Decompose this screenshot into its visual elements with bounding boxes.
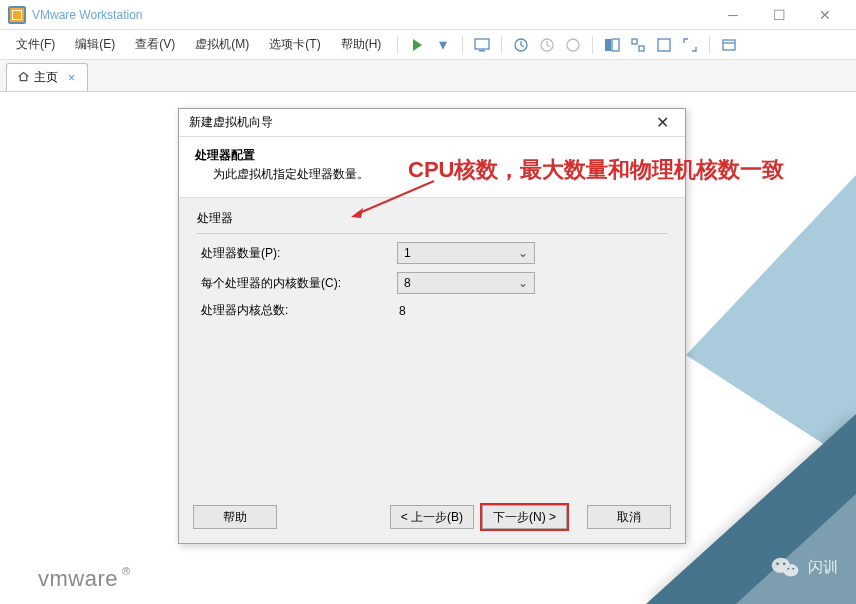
vmware-logo-text: vmware — [38, 566, 118, 592]
dialog-titlebar: 新建虚拟机向导 ✕ — [179, 109, 685, 137]
dialog-body: 处理器 处理器数量(P): 1 每个处理器的内核数量(C): 8 处理器内核总数… — [179, 198, 685, 495]
total-value: 8 — [397, 304, 406, 318]
window-controls: ─ ☐ ✕ — [710, 0, 848, 30]
proc-count-select[interactable]: 1 — [397, 242, 535, 264]
fullscreen-icon[interactable] — [653, 34, 675, 56]
tab-close-button[interactable]: × — [66, 71, 77, 85]
decorative-triangle — [736, 494, 856, 604]
svg-rect-6 — [612, 39, 619, 51]
window-title: VMware Workstation — [32, 8, 710, 22]
cores-label: 每个处理器的内核数量(C): — [197, 275, 397, 292]
menu-help[interactable]: 帮助(H) — [331, 32, 392, 57]
svg-rect-7 — [632, 39, 637, 44]
help-button[interactable]: 帮助 — [193, 505, 277, 529]
svg-rect-9 — [658, 39, 670, 51]
minimize-button[interactable]: ─ — [710, 0, 756, 30]
dialog-footer: 帮助 < 上一步(B) 下一步(N) > 取消 — [179, 495, 685, 543]
menu-vm[interactable]: 虚拟机(M) — [185, 32, 259, 57]
unity-icon[interactable] — [627, 34, 649, 56]
snapshot-manager-icon[interactable] — [562, 34, 584, 56]
svg-point-15 — [783, 564, 798, 577]
watermark-label: 闪训 — [808, 558, 838, 577]
snapshot-revert-icon[interactable] — [536, 34, 558, 56]
row-cores: 每个处理器的内核数量(C): 8 — [197, 272, 667, 294]
svg-rect-0 — [475, 39, 489, 49]
svg-rect-5 — [605, 39, 611, 51]
row-total: 处理器内核总数: 8 — [197, 302, 667, 319]
total-label: 处理器内核总数: — [197, 302, 397, 319]
menubar: 文件(F) 编辑(E) 查看(V) 虚拟机(M) 选项卡(T) 帮助(H) ▾ — [0, 30, 856, 60]
vmware-logo: vmware ® — [38, 566, 131, 592]
tab-home[interactable]: 主页 × — [6, 63, 88, 91]
menu-edit[interactable]: 编辑(E) — [65, 32, 125, 57]
home-icon — [17, 70, 30, 86]
dialog-close-button[interactable]: ✕ — [650, 113, 675, 132]
menu-tabs[interactable]: 选项卡(T) — [259, 32, 330, 57]
menu-view[interactable]: 查看(V) — [125, 32, 185, 57]
proc-count-label: 处理器数量(P): — [197, 245, 397, 262]
tab-label: 主页 — [34, 69, 58, 86]
dropdown-arrow-icon[interactable]: ▾ — [432, 34, 454, 56]
svg-rect-1 — [479, 50, 485, 52]
separator — [501, 36, 502, 54]
tab-strip: 主页 × — [0, 60, 856, 92]
svg-rect-8 — [639, 46, 644, 51]
library-icon[interactable] — [718, 34, 740, 56]
fit-icon[interactable] — [679, 34, 701, 56]
annotation-text: CPU核数，最大数量和物理机核数一致 — [408, 155, 784, 185]
separator — [592, 36, 593, 54]
close-button[interactable]: ✕ — [802, 0, 848, 30]
window-titlebar: VMware Workstation ─ ☐ ✕ — [0, 0, 856, 30]
maximize-button[interactable]: ☐ — [756, 0, 802, 30]
separator — [397, 36, 398, 54]
screen-icon[interactable] — [471, 34, 493, 56]
play-icon[interactable] — [406, 34, 428, 56]
registered-mark: ® — [122, 565, 131, 577]
processor-group: 处理器数量(P): 1 每个处理器的内核数量(C): 8 处理器内核总数: 8 — [197, 233, 667, 319]
menu-file[interactable]: 文件(F) — [6, 32, 65, 57]
svg-point-16 — [776, 562, 779, 565]
svg-point-17 — [783, 562, 786, 565]
proc-count-value: 1 — [404, 246, 411, 260]
group-label: 处理器 — [197, 210, 667, 227]
separator — [462, 36, 463, 54]
view-console-icon[interactable] — [601, 34, 623, 56]
row-proc-count: 处理器数量(P): 1 — [197, 242, 667, 264]
watermark: 闪训 — [770, 552, 838, 582]
svg-point-18 — [787, 568, 789, 570]
snapshot-icon[interactable] — [510, 34, 532, 56]
wechat-icon — [770, 552, 800, 582]
separator — [709, 36, 710, 54]
back-button[interactable]: < 上一步(B) — [390, 505, 474, 529]
svg-point-19 — [792, 568, 794, 570]
svg-rect-10 — [723, 40, 735, 50]
svg-point-4 — [567, 39, 579, 51]
dialog-title: 新建虚拟机向导 — [189, 114, 273, 131]
app-icon — [8, 6, 26, 24]
cores-value: 8 — [404, 276, 411, 290]
cancel-button[interactable]: 取消 — [587, 505, 671, 529]
next-button[interactable]: 下一步(N) > — [482, 505, 567, 529]
cores-select[interactable]: 8 — [397, 272, 535, 294]
